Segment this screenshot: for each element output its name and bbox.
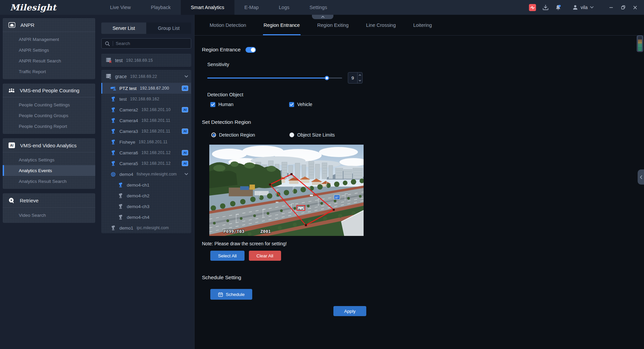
device-row-demo4-ch2[interactable]: demo4-ch2 xyxy=(101,190,191,201)
bullet-camera-icon xyxy=(110,150,116,156)
search-icon xyxy=(105,41,110,46)
device-name: Camera3 xyxy=(119,129,138,134)
tab-server-list[interactable]: Server List xyxy=(101,22,146,34)
vehicle-checkbox[interactable] xyxy=(289,102,294,107)
tab-line-crossing[interactable]: Line Crossing xyxy=(357,15,405,35)
user-name: vila xyxy=(581,5,588,10)
bullet-camera-icon xyxy=(110,107,116,113)
sensitivity-value[interactable]: 9 xyxy=(348,72,357,83)
sidebar-item-analytics-settings[interactable]: Analytics Settings xyxy=(3,154,95,165)
scrollbar-stripes xyxy=(638,37,642,51)
color-scale-scrollbar[interactable] xyxy=(637,35,643,52)
device-row-test[interactable]: test192.168.69.162 xyxy=(101,94,191,104)
detection-object-human: Human xyxy=(210,102,289,107)
sensitivity-label: Sensitivity xyxy=(207,62,644,67)
device-name: Camera6 xyxy=(119,150,138,155)
device-row-camera4[interactable]: Camera4192.168.201.11 xyxy=(101,115,191,126)
device-name: test xyxy=(115,58,123,63)
ai-badge: AI xyxy=(182,107,188,112)
sidebar-section-header[interactable]: VMS-end People Counting xyxy=(3,84,95,97)
human-checkbox[interactable] xyxy=(210,102,215,107)
sidebar-item-video-search[interactable]: Video Search xyxy=(3,210,95,220)
nav-live-view[interactable]: Live View xyxy=(100,0,141,15)
user-menu[interactable]: vila xyxy=(572,4,594,10)
device-row-camera5[interactable]: Camera5192.168.201.12AI xyxy=(101,158,191,169)
device-row-demo4-ch3[interactable]: demo4-ch3 xyxy=(101,201,191,212)
milesight-logo: Milesight xyxy=(0,3,98,12)
device-name: test xyxy=(119,97,127,102)
video-preview-canvas[interactable]: P099/T03 Z001 xyxy=(209,145,364,236)
region-entrance-toggle[interactable] xyxy=(246,47,256,53)
sidebar-section-header[interactable]: Retrieve xyxy=(3,193,95,208)
chevron-down-icon[interactable] xyxy=(184,75,188,78)
tab-group-list[interactable]: Group List xyxy=(146,22,191,34)
device-row-demo1[interactable]: demo1ipc.milesight.com xyxy=(101,222,191,233)
osd-preset-text: P099/T03 xyxy=(223,229,245,234)
expand-right-panel-handle[interactable] xyxy=(638,169,644,185)
device-row-demo4-ch4[interactable]: demo4-ch4 xyxy=(101,212,191,222)
sidebar-item-anpr-management[interactable]: ANPR Management xyxy=(3,34,95,45)
nav-e-map[interactable]: E-Map xyxy=(234,0,269,15)
stepper-up-button[interactable] xyxy=(358,72,362,78)
device-name: PTZ test xyxy=(119,86,137,91)
device-row-test[interactable]: test192.168.69.15 xyxy=(101,54,191,67)
device-row-demo4[interactable]: demo4fisheye.milesight.com xyxy=(101,169,191,180)
window-controls xyxy=(609,5,639,10)
sidebar-item-people-counting-groups[interactable]: People Counting Groups xyxy=(3,110,95,121)
sidebar: ANPRANPR ManagementANPR SettingsANPR Res… xyxy=(0,15,98,349)
sensitivity-slider[interactable] xyxy=(207,76,342,81)
sensitivity-stepper[interactable]: 9 xyxy=(348,72,363,84)
clear-all-button[interactable]: Clear All xyxy=(249,251,281,261)
sidebar-item-analytics-result-search[interactable]: Analytics Result Search xyxy=(3,176,95,187)
tab-region-entrance[interactable]: Region Entrance xyxy=(255,15,309,35)
sidebar-section-title: VMS-end People Counting xyxy=(20,88,79,93)
sidebar-section-header[interactable]: ANPR xyxy=(3,18,95,32)
download-icon[interactable] xyxy=(542,4,549,11)
sidebar-item-anpr-result-search[interactable]: ANPR Result Search xyxy=(3,55,95,66)
anpr-icon xyxy=(8,22,15,28)
sidebar-section-header[interactable]: AIVMS-end Video Analytics xyxy=(3,138,95,152)
sidebar-item-analytics-events[interactable]: Analytics Events xyxy=(3,165,95,176)
select-all-button[interactable]: Select All xyxy=(210,251,245,261)
device-row-demo4-ch1[interactable]: demo4-ch1 xyxy=(101,180,191,190)
nav-playback[interactable]: Playback xyxy=(141,0,181,15)
stepper-arrows xyxy=(357,72,362,83)
search-input[interactable] xyxy=(116,41,188,46)
object-size-limits-radio[interactable] xyxy=(289,133,294,137)
region-entrance-settings: Region Entrance Sensitivity 9 Detection … xyxy=(195,36,644,316)
device-address: fisheye.milesight.com xyxy=(137,172,177,177)
sidebar-section-vms-end-people-counting: VMS-end People CountingPeople Counting S… xyxy=(3,84,95,134)
sidebar-item-traffic-report[interactable]: Traffic Report xyxy=(3,66,95,77)
slider-handle[interactable] xyxy=(325,76,329,80)
health-monitor-icon[interactable] xyxy=(529,4,536,11)
device-row-grace[interactable]: grace192.168.69.22 xyxy=(101,70,191,83)
sidebar-item-people-counting-report[interactable]: People Counting Report xyxy=(3,121,95,132)
nav-smart-analytics[interactable]: Smart Analytics xyxy=(181,0,234,15)
minimize-button[interactable] xyxy=(609,5,613,10)
device-row-camera6[interactable]: Camera6192.168.201.12AI xyxy=(101,147,191,158)
tab-loitering[interactable]: Loitering xyxy=(405,15,441,35)
device-row-camera3[interactable]: Camera3192.168.201.11AI xyxy=(101,126,191,137)
sidebar-item-people-counting-settings[interactable]: People Counting Settings xyxy=(3,99,95,110)
sidebar-item-anpr-settings[interactable]: ANPR Settings xyxy=(3,45,95,55)
restore-button[interactable] xyxy=(621,5,626,10)
detection-object-options: HumanVehicle xyxy=(210,102,644,107)
device-row-camera2[interactable]: Camera2192.168.201.10AI xyxy=(101,104,191,115)
sidebar-section-vms-end-video-analytics: AIVMS-end Video AnalyticsAnalytics Setti… xyxy=(3,138,95,189)
nav-settings[interactable]: Settings xyxy=(300,0,337,15)
tab-region-exiting[interactable]: Region Exiting xyxy=(309,15,358,35)
device-row-fisheye[interactable]: Fisheye192.168.201.11 xyxy=(101,137,191,147)
notification-bell-icon[interactable] xyxy=(555,4,561,11)
detection-region-radio[interactable] xyxy=(211,133,216,137)
chevron-down-icon[interactable] xyxy=(184,173,188,176)
schedule-button[interactable]: Schedule xyxy=(210,289,252,300)
apply-button[interactable]: Apply xyxy=(333,306,366,316)
device-row-ptz-test[interactable]: PTZ test192.168.67.200AI xyxy=(101,83,191,94)
ai-box-icon: AI xyxy=(8,142,15,148)
stepper-down-button[interactable] xyxy=(358,78,362,83)
close-button[interactable] xyxy=(633,5,637,10)
tab-motion-detection[interactable]: Motion Detection xyxy=(201,15,255,35)
nav-logs[interactable]: Logs xyxy=(269,0,299,15)
device-search-box[interactable] xyxy=(101,38,191,49)
detection-object-vehicle: Vehicle xyxy=(289,102,368,107)
